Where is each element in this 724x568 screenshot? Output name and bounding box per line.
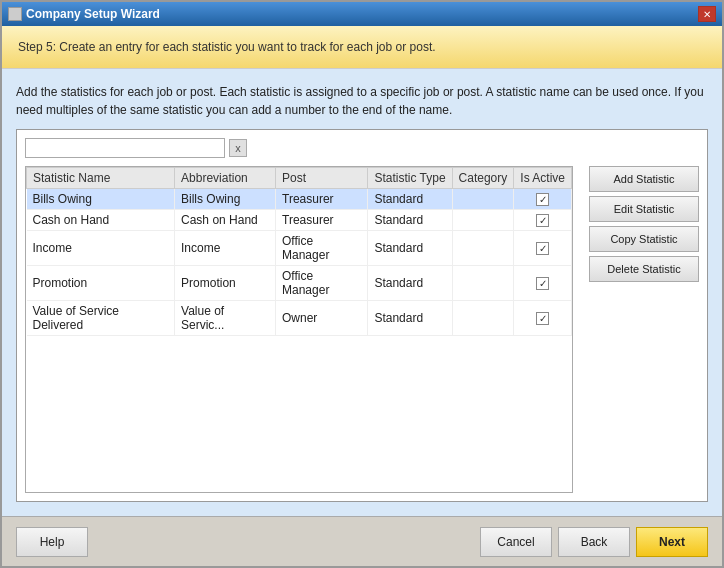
cell-statistic_name: Promotion xyxy=(27,266,175,301)
window: Company Setup Wizard ✕ Step 5: Create an… xyxy=(0,0,724,568)
cancel-button[interactable]: Cancel xyxy=(480,527,552,557)
help-button[interactable]: Help xyxy=(16,527,88,557)
cell-post: Owner xyxy=(276,301,368,336)
cell-post: Office Manager xyxy=(276,231,368,266)
title-bar: Company Setup Wizard ✕ xyxy=(2,2,722,26)
cell-abbreviation: Value of Servic... xyxy=(175,301,276,336)
table-row[interactable]: PromotionPromotionOffice ManagerStandard xyxy=(27,266,572,301)
bottom-bar: Help Cancel Back Next xyxy=(2,516,722,566)
description-text: Add the statistics for each job or post.… xyxy=(16,83,708,119)
col-is-active: Is Active xyxy=(514,168,572,189)
cell-abbreviation: Income xyxy=(175,231,276,266)
table-row[interactable]: IncomeIncomeOffice ManagerStandard xyxy=(27,231,572,266)
col-abbreviation: Abbreviation xyxy=(175,168,276,189)
side-buttons: Add Statistic Edit Statistic Copy Statis… xyxy=(589,166,699,493)
cell-post: Treasurer xyxy=(276,210,368,231)
cell-is-active xyxy=(514,189,572,210)
cell-is-active xyxy=(514,231,572,266)
bottom-left-buttons: Help xyxy=(16,527,88,557)
next-button[interactable]: Next xyxy=(636,527,708,557)
search-input[interactable] xyxy=(25,138,225,158)
cell-statistic_type: Standard xyxy=(368,266,452,301)
add-statistic-button[interactable]: Add Statistic xyxy=(589,166,699,192)
is-active-checkbox[interactable] xyxy=(536,214,549,227)
is-active-checkbox[interactable] xyxy=(536,312,549,325)
cell-category xyxy=(452,301,514,336)
cell-statistic_name: Cash on Hand xyxy=(27,210,175,231)
table-row[interactable]: Cash on HandCash on HandTreasurerStandar… xyxy=(27,210,572,231)
cell-statistic_type: Standard xyxy=(368,301,452,336)
back-button[interactable]: Back xyxy=(558,527,630,557)
cell-post: Treasurer xyxy=(276,189,368,210)
clear-search-button[interactable]: x xyxy=(229,139,247,157)
step-banner: Step 5: Create an entry for each statist… xyxy=(2,26,722,69)
col-statistic-name: Statistic Name xyxy=(27,168,175,189)
bottom-right-buttons: Cancel Back Next xyxy=(480,527,708,557)
col-statistic-type: Statistic Type xyxy=(368,168,452,189)
is-active-checkbox[interactable] xyxy=(536,242,549,255)
cell-statistic_name: Value of Service Delivered xyxy=(27,301,175,336)
wizard-icon xyxy=(8,7,22,21)
col-category: Category xyxy=(452,168,514,189)
content-area: Add the statistics for each job or post.… xyxy=(2,69,722,516)
statistics-table: Statistic Name Abbreviation Post Statist… xyxy=(26,167,572,336)
cell-category xyxy=(452,189,514,210)
step-banner-text: Step 5: Create an entry for each statist… xyxy=(18,40,436,54)
cell-abbreviation: Bills Owing xyxy=(175,189,276,210)
cell-is-active xyxy=(514,266,572,301)
title-bar-controls: ✕ xyxy=(698,6,716,22)
table-row[interactable]: Bills OwingBills OwingTreasurerStandard xyxy=(27,189,572,210)
copy-statistic-button[interactable]: Copy Statistic xyxy=(589,226,699,252)
cell-abbreviation: Cash on Hand xyxy=(175,210,276,231)
cell-statistic_type: Standard xyxy=(368,210,452,231)
cell-is-active xyxy=(514,301,572,336)
cell-statistic_name: Income xyxy=(27,231,175,266)
table-row[interactable]: Value of Service DeliveredValue of Servi… xyxy=(27,301,572,336)
cell-abbreviation: Promotion xyxy=(175,266,276,301)
col-post: Post xyxy=(276,168,368,189)
table-and-buttons: Statistic Name Abbreviation Post Statist… xyxy=(25,166,699,493)
delete-statistic-button[interactable]: Delete Statistic xyxy=(589,256,699,282)
search-row: x xyxy=(25,138,699,158)
cell-category xyxy=(452,266,514,301)
cell-post: Office Manager xyxy=(276,266,368,301)
is-active-checkbox[interactable] xyxy=(536,277,549,290)
statistics-table-container: Statistic Name Abbreviation Post Statist… xyxy=(25,166,573,493)
edit-statistic-button[interactable]: Edit Statistic xyxy=(589,196,699,222)
cell-statistic_type: Standard xyxy=(368,189,452,210)
cell-category xyxy=(452,210,514,231)
is-active-checkbox[interactable] xyxy=(536,193,549,206)
cell-statistic_type: Standard xyxy=(368,231,452,266)
title-bar-left: Company Setup Wizard xyxy=(8,7,160,21)
cell-category xyxy=(452,231,514,266)
window-title: Company Setup Wizard xyxy=(26,7,160,21)
close-button[interactable]: ✕ xyxy=(698,6,716,22)
table-body: Bills OwingBills OwingTreasurerStandardC… xyxy=(27,189,572,336)
table-header-row: Statistic Name Abbreviation Post Statist… xyxy=(27,168,572,189)
cell-statistic_name: Bills Owing xyxy=(27,189,175,210)
cell-is-active xyxy=(514,210,572,231)
main-area: x Statistic Name Abbreviation Post Stati… xyxy=(16,129,708,502)
